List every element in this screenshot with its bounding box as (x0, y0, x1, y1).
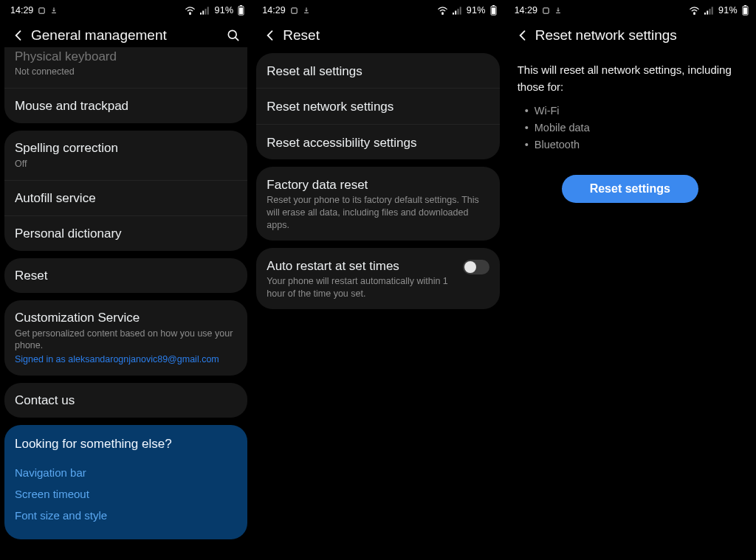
card-reset: Reset (4, 258, 247, 293)
signed-in-link: Signed in as aleksandarognjanovic89@gmai… (15, 353, 237, 366)
svg-rect-5 (205, 8, 207, 14)
header: Reset (252, 18, 504, 53)
label: Physical keyboard (15, 49, 237, 64)
row-auto-restart[interactable]: Auto restart at set times Your phone wil… (256, 248, 499, 309)
download-icon (303, 6, 310, 15)
card-input-devices: Physical keyboard Not connected Mouse an… (4, 47, 247, 123)
sub: Off (15, 158, 237, 170)
signal-icon (200, 7, 210, 15)
sub: Not connected (15, 66, 237, 78)
card-text-input: Spelling correction Off Autofill service… (4, 131, 247, 251)
label: Mouse and trackpad (15, 98, 237, 114)
back-button[interactable] (512, 24, 534, 46)
row-mouse-trackpad[interactable]: Mouse and trackpad (4, 88, 247, 123)
back-button[interactable] (259, 24, 281, 46)
wifi-icon (689, 7, 700, 15)
page-title: Reset (283, 27, 496, 44)
label: Reset all settings (267, 63, 489, 79)
svg-rect-15 (455, 10, 456, 14)
svg-point-2 (190, 13, 191, 14)
row-reset[interactable]: Reset (4, 258, 247, 293)
screen-reset-network-settings: 14:29 91% Reset network settings (504, 0, 756, 560)
download-icon (554, 6, 562, 15)
row-autofill-service[interactable]: Autofill service (4, 180, 247, 215)
svg-rect-1 (52, 13, 56, 13)
row-personal-dictionary[interactable]: Personal dictionary (4, 215, 247, 251)
svg-rect-0 (39, 7, 44, 13)
status-time: 14:29 (262, 5, 285, 15)
wifi-icon (185, 7, 196, 15)
download-icon (50, 6, 58, 15)
reset-settings-button[interactable]: Reset settings (562, 175, 698, 203)
battery-icon (490, 5, 497, 15)
card-auto-restart: Auto restart at set times Your phone wil… (256, 248, 499, 309)
label: Reset accessibility settings (267, 135, 489, 151)
sub: Your phone will restart automatically wi… (267, 275, 455, 300)
sub: Get personalized content based on how yo… (15, 328, 237, 353)
status-bar: 14:29 91% (0, 0, 252, 18)
svg-point-23 (694, 13, 695, 14)
svg-rect-6 (207, 7, 209, 14)
help-link-font-size[interactable]: Font size and style (15, 505, 237, 526)
svg-rect-25 (707, 10, 708, 14)
row-reset-network-settings[interactable]: Reset network settings (256, 88, 499, 123)
description: This will reset all network settings, in… (518, 62, 743, 95)
card-reset-options: Reset all settings Reset network setting… (256, 53, 499, 159)
card-customization: Customization Service Get personalized c… (4, 300, 247, 376)
row-physical-keyboard[interactable]: Physical keyboard Not connected (4, 47, 247, 88)
card-contact: Contact us (4, 383, 247, 418)
battery-percent: 91% (718, 5, 738, 15)
back-button[interactable] (7, 24, 30, 46)
screen-reset: 14:29 91% Reset Re (252, 0, 504, 560)
status-time: 14:29 (515, 5, 537, 15)
label: Contact us (15, 393, 237, 408)
battery-percent: 91% (214, 5, 233, 15)
list-item-bluetooth: Bluetooth (525, 136, 743, 153)
notification-icon (38, 7, 46, 15)
help-link-screen-timeout[interactable]: Screen timeout (15, 483, 237, 505)
label: Auto restart at set times (267, 258, 455, 274)
notification-icon (542, 7, 550, 15)
notification-icon (290, 7, 298, 15)
svg-rect-11 (291, 7, 296, 13)
svg-rect-14 (453, 13, 454, 15)
svg-rect-27 (712, 7, 713, 14)
row-reset-accessibility-settings[interactable]: Reset accessibility settings (256, 124, 499, 159)
card-help: Looking for something else? Navigation b… (4, 425, 247, 539)
search-button[interactable] (222, 24, 244, 46)
row-spelling-correction[interactable]: Spelling correction Off (4, 131, 247, 179)
label: Factory data reset (267, 177, 489, 193)
status-bar: 14:29 91% (504, 0, 756, 18)
row-factory-data-reset[interactable]: Factory data reset Reset your phone to i… (256, 167, 499, 241)
row-customization-service[interactable]: Customization Service Get personalized c… (4, 300, 247, 376)
label: Spelling correction (15, 140, 237, 156)
svg-rect-4 (203, 10, 205, 14)
svg-rect-30 (743, 7, 747, 14)
sub: Reset your phone to its factory default … (267, 194, 489, 232)
battery-icon (238, 5, 244, 15)
help-title: Looking for something else? (15, 437, 237, 452)
header: Reset network settings (504, 18, 756, 53)
signal-icon (453, 7, 462, 15)
svg-rect-20 (492, 7, 495, 14)
signal-icon (704, 7, 714, 15)
label: Personal dictionary (15, 226, 237, 241)
wifi-icon (437, 7, 448, 15)
auto-restart-toggle[interactable] (463, 260, 489, 274)
svg-rect-9 (239, 7, 243, 14)
help-link-navigation-bar[interactable]: Navigation bar (15, 462, 237, 483)
row-reset-all-settings[interactable]: Reset all settings (256, 53, 499, 88)
svg-rect-24 (704, 13, 706, 15)
svg-rect-12 (304, 13, 309, 13)
svg-point-13 (441, 13, 443, 14)
list-item-wifi: Wi-Fi (525, 103, 743, 120)
label: Customization Service (15, 310, 237, 325)
svg-rect-17 (459, 7, 461, 14)
row-contact-us[interactable]: Contact us (4, 383, 247, 418)
status-time: 14:29 (10, 5, 33, 15)
card-factory-reset: Factory data reset Reset your phone to i… (256, 167, 499, 241)
page-title: General management (31, 27, 222, 44)
battery-icon (742, 5, 749, 15)
reset-items-list: Wi-Fi Mobile data Bluetooth (518, 103, 743, 154)
status-bar: 14:29 91% (252, 0, 504, 18)
